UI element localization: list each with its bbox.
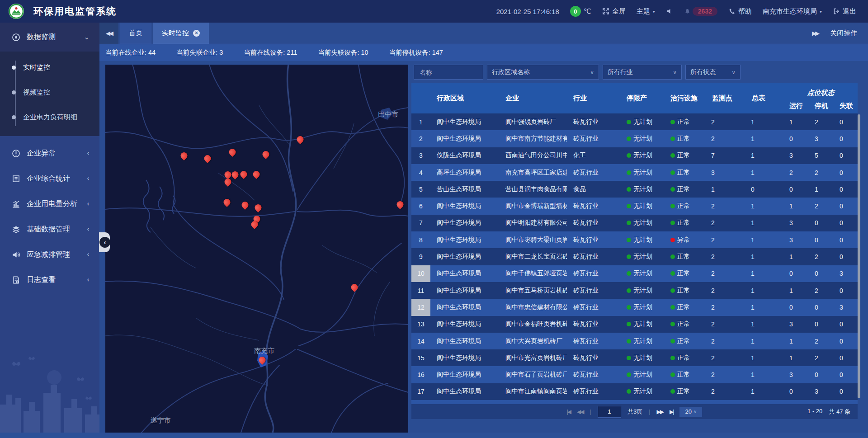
page-size-select[interactable]: 20 ∨ [679,407,702,417]
table-row[interactable]: 15阆中生态环境局阆中市光富页岩机砖厂砖瓦行业无计划正常21120 [411,349,858,366]
table-row[interactable]: 14阆中生态环境局阆中大兴页岩机砖厂砖瓦行业无计划正常21120 [411,333,858,349]
table-scrollbar[interactable] [858,114,860,398]
cell-run: 0 [784,130,809,147]
logout-button[interactable]: 退出 [833,7,856,16]
map-pin-icon[interactable] [239,170,249,179]
tab-realtime-monitor[interactable]: 实时监控 × [153,23,209,44]
notifications-button[interactable]: 2632 [684,7,717,16]
chevron-down-icon: ∨ [586,69,594,75]
cell-stop: 2 [809,164,834,181]
status-dot-icon [670,339,675,344]
theme-dropdown[interactable]: 主题 ▾ [637,7,655,16]
cell-points: 6 [706,400,745,404]
map-pin-icon[interactable] [179,151,189,160]
table-row[interactable]: 3仪陇生态环境局西南油气田分公司川中化工无计划正常71350 [411,147,858,164]
table-row[interactable]: 4高坪生态环境局南充市高坪区王家店建砖瓦行业无计划正常31220 [411,164,858,181]
close-tab-icon[interactable]: × [193,30,200,37]
status-dot-icon [670,221,675,225]
next-page-button[interactable]: ▶▶ [657,409,663,415]
table-row[interactable]: 8阆中生态环境局阆中市枣碧大梁山页岩砖瓦行业无计划异常21300 [411,231,858,248]
industry-filter-select[interactable]: 所有行业 ∨ [603,65,682,80]
page-number-input[interactable] [598,406,621,418]
table-row[interactable]: 18南部生态环境局南部县砒华山水泥有限公建材行业无计划正常60050 [411,400,858,404]
cell-facility-status: 正常 [664,130,706,147]
table-row[interactable]: 5营山生态环境局营山县润丰肉食品有限食品无计划正常10010 [411,181,858,198]
cell-company: 阆中市江南镇阆南页岩 [499,383,567,400]
cell-points: 2 [706,265,745,282]
table-row[interactable]: 9阆中生态环境局阆中市二龙长宝页岩砖砖瓦行业无计划正常21120 [411,248,858,265]
org-dropdown[interactable]: 南充市生态环境局 ▾ [763,7,822,16]
map-pin-icon[interactable] [222,198,231,207]
tabs-scroll-right-button[interactable]: ▶▶ [812,30,818,37]
cell-halt-status: 无计划 [620,366,664,383]
map-pin-icon[interactable] [203,154,212,163]
map-pin-icon[interactable] [230,170,240,179]
sidebar-subitem[interactable]: 视频监控 [0,80,99,105]
status-filter-select[interactable]: 所有状态 ∨ [685,65,741,80]
status-dot-icon [670,187,675,192]
table-row[interactable]: 2阆中生态环境局阆中市南方节能建材有砖瓦行业无计划正常21030 [411,130,858,147]
sound-button[interactable] [666,8,673,15]
map-pin-icon[interactable] [395,200,405,209]
cell-region: 阆中生态环境局 [430,383,499,400]
stat-item: 当前在线企业: 44 [105,48,156,57]
sidebar-item-4[interactable]: 基础数据管理‹ [0,217,99,242]
cell-run: 1 [784,282,809,299]
close-operations-button[interactable]: 关闭操作 [830,29,857,38]
cell-facility-status: 正常 [664,248,706,265]
col-company: 企业 [499,83,567,113]
cell-points: 2 [706,248,745,265]
sidebar-item-6[interactable]: 日志查看‹ [0,267,99,292]
status-dot-icon [670,271,675,276]
map-pin-icon[interactable] [349,283,359,292]
sidebar-item-3[interactable]: 企业用电量分析‹ [0,191,99,217]
table-row[interactable]: 17阆中生态环境局阆中市江南镇阆南页岩砖瓦行业无计划正常21030 [411,383,858,400]
top-header: 环保用电监管系统 2021-02-25 17:46:18 0 ℃ 全屏 主题 ▾… [0,0,868,23]
map-pin-icon[interactable] [223,177,232,187]
status-dot-icon [670,389,675,394]
table-row[interactable]: 16阆中生态环境局阆中市石子页岩机砖厂砖瓦行业无计划正常21300 [411,366,858,383]
cell-stop: 3 [809,130,834,147]
table-row[interactable]: 1阆中生态环境局阆中强锐页岩砖厂砖瓦行业无计划正常21120 [411,113,858,130]
cell-industry: 砖瓦行业 [567,113,620,130]
map-pin-icon[interactable] [240,200,250,210]
tab-home[interactable]: 首页 [120,23,151,44]
phone-icon [728,8,736,15]
table-row[interactable]: 10阆中生态环境局阆中千佛镇五郎垭页岩砖瓦行业无计划正常21003 [411,265,858,282]
cell-industry: 建材行业 [567,400,620,404]
cell-region: 阆中生态环境局 [430,366,499,383]
sidebar-item-5[interactable]: 应急减排管理‹ [0,242,99,267]
map-pin-icon[interactable] [257,355,267,365]
region-filter-select[interactable]: 行政区域名称 ∨ [487,65,599,80]
sidebar-subitem[interactable]: 实时监控 [0,55,99,80]
map-pin-icon[interactable] [261,150,270,159]
table-row[interactable]: 6阆中生态环境局阆中市金博瑞新型墙材砖瓦行业无计划正常21120 [411,198,858,214]
sidebar-item-0[interactable]: 数据监测⌄ [0,23,99,52]
tabs-scroll-left-button[interactable]: ◀◀ [99,23,118,44]
fullscreen-button[interactable]: 全屏 [602,7,626,16]
first-page-button[interactable]: |◀ [567,409,571,415]
sidebar-item-1[interactable]: 企业异常‹ [0,141,99,166]
table-row[interactable]: 11阆中生态环境局阆中市五马桥页岩机砖砖瓦行业无计划正常21120 [411,282,858,299]
cell-points: 7 [706,147,745,164]
table-row[interactable]: 13阆中生态环境局阆中市金福旺页岩机砖砖瓦行业无计划正常21300 [411,316,858,333]
help-button[interactable]: 帮助 [728,7,752,16]
table-row[interactable]: 12阆中生态环境局阆中市忠信建材有限公砖瓦行业无计划正常21003 [411,299,858,316]
sidebar-subitem[interactable]: 企业电力负荷明细 [0,105,99,130]
map-pin-icon[interactable] [227,147,237,157]
map-pin-icon[interactable] [252,170,261,179]
map-pin-icon[interactable] [295,135,305,144]
notification-count-badge: 2632 [693,7,717,16]
last-page-button[interactable]: ▶| [670,409,673,415]
name-filter [414,65,483,80]
status-dot-icon [627,288,631,293]
exit-icon [833,8,840,15]
name-filter-input[interactable] [419,68,478,76]
map-panel[interactable]: 巴中市南充市遂宁市 [105,65,408,433]
prev-page-button[interactable]: ◀◀ [577,409,583,415]
sidebar-collapse-handle[interactable]: ‹ [99,232,110,252]
sidebar-item-2[interactable]: 企业综合统计‹ [0,166,99,191]
table-row[interactable]: 7阆中生态环境局阆中明阳建材有限公司砖瓦行业无计划正常21300 [411,215,858,231]
cell-lost: 0 [834,181,858,198]
map-pin-icon[interactable] [253,203,263,212]
